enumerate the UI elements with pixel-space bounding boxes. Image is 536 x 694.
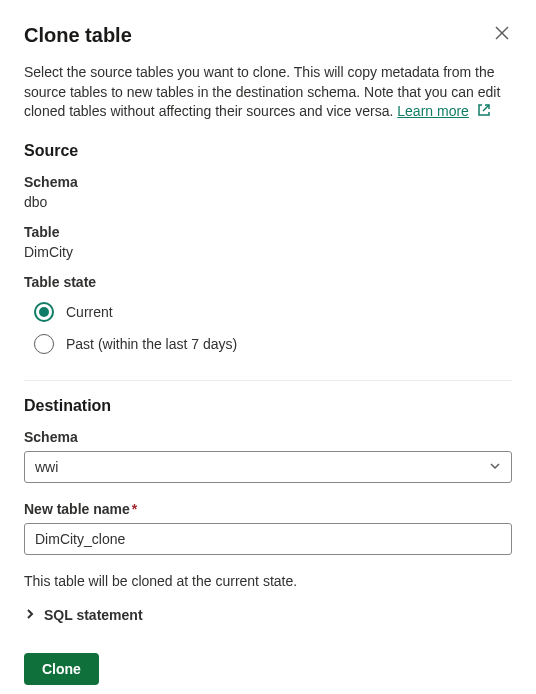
clone-button[interactable]: Clone bbox=[24, 653, 99, 685]
radio-current[interactable]: Current bbox=[24, 296, 512, 328]
close-icon bbox=[495, 26, 509, 43]
table-state-label: Table state bbox=[24, 274, 512, 290]
radio-past-label: Past (within the last 7 days) bbox=[66, 336, 237, 352]
dialog-title: Clone table bbox=[24, 24, 132, 47]
new-table-name-label: New table name* bbox=[24, 501, 512, 517]
source-table-label: Table bbox=[24, 224, 512, 240]
sql-statement-label: SQL statement bbox=[44, 607, 143, 623]
destination-heading: Destination bbox=[24, 397, 512, 415]
radio-unselected-icon bbox=[34, 334, 54, 354]
radio-selected-icon bbox=[34, 302, 54, 322]
external-link-icon bbox=[477, 103, 491, 123]
clone-state-info: This table will be cloned at the current… bbox=[24, 573, 512, 589]
learn-more-link[interactable]: Learn more bbox=[397, 103, 469, 119]
section-divider bbox=[24, 380, 512, 381]
radio-current-label: Current bbox=[66, 304, 113, 320]
source-table-value: DimCity bbox=[24, 244, 512, 260]
source-heading: Source bbox=[24, 142, 512, 160]
sql-statement-toggle[interactable]: SQL statement bbox=[24, 607, 512, 623]
close-button[interactable] bbox=[492, 24, 512, 44]
table-state-radio-group: Current Past (within the last 7 days) bbox=[24, 296, 512, 360]
required-indicator: * bbox=[132, 501, 137, 517]
source-schema-value: dbo bbox=[24, 194, 512, 210]
destination-schema-select[interactable]: wwi bbox=[24, 451, 512, 483]
radio-past[interactable]: Past (within the last 7 days) bbox=[24, 328, 512, 360]
chevron-right-icon bbox=[24, 607, 36, 623]
new-table-name-input[interactable] bbox=[24, 523, 512, 555]
destination-schema-label: Schema bbox=[24, 429, 512, 445]
destination-schema-value: wwi bbox=[35, 459, 58, 475]
chevron-down-icon bbox=[489, 459, 501, 475]
dialog-description: Select the source tables you want to clo… bbox=[24, 63, 512, 122]
source-schema-label: Schema bbox=[24, 174, 512, 190]
